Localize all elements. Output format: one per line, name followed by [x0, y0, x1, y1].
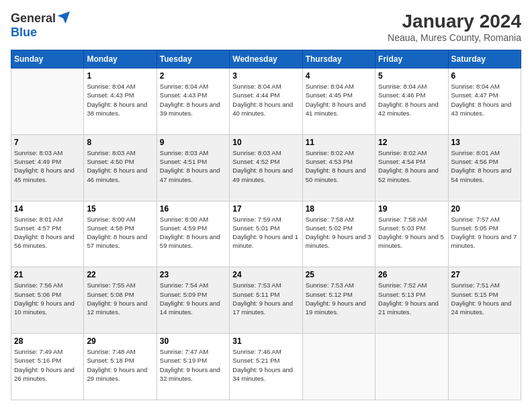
day-number: 5 — [378, 71, 445, 81]
day-detail: Sunrise: 8:02 AMSunset: 4:53 PMDaylight:… — [306, 148, 372, 184]
day-number: 18 — [306, 204, 372, 214]
day-detail: Sunrise: 7:54 AMSunset: 5:09 PMDaylight:… — [160, 281, 226, 316]
day-number: 27 — [451, 270, 518, 279]
day-number: 21 — [14, 270, 81, 279]
day-number: 2 — [160, 71, 226, 81]
calendar-cell: 7Sunrise: 8:03 AMSunset: 4:49 PMDaylight… — [11, 134, 84, 201]
calendar-cell: 23Sunrise: 7:54 AMSunset: 5:09 PMDayligh… — [157, 267, 229, 334]
day-detail: Sunrise: 7:46 AMSunset: 5:21 PMDaylight:… — [232, 347, 299, 383]
calendar: SundayMondayTuesdayWednesdayThursdayFrid… — [11, 50, 521, 400]
calendar-cell: 15Sunrise: 8:00 AMSunset: 4:58 PMDayligh… — [84, 201, 157, 267]
week-row-2: 7Sunrise: 8:03 AMSunset: 4:49 PMDaylight… — [11, 134, 521, 201]
calendar-cell — [375, 334, 448, 400]
calendar-cell: 26Sunrise: 7:52 AMSunset: 5:13 PMDayligh… — [375, 267, 448, 334]
calendar-cell: 30Sunrise: 7:47 AMSunset: 5:19 PMDayligh… — [157, 334, 229, 400]
weekday-header-thursday: Thursday — [302, 50, 375, 68]
day-number: 17 — [232, 204, 299, 214]
header: General Blue January 2024 Neaua, Mures C… — [11, 11, 521, 43]
day-detail: Sunrise: 8:04 AMSunset: 4:44 PMDaylight:… — [232, 82, 299, 118]
day-number: 30 — [160, 336, 226, 346]
day-number: 3 — [232, 71, 299, 81]
calendar-cell: 3Sunrise: 8:04 AMSunset: 4:44 PMDaylight… — [230, 68, 302, 135]
subtitle: Neaua, Mures County, Romania — [388, 32, 521, 43]
calendar-cell: 14Sunrise: 8:01 AMSunset: 4:57 PMDayligh… — [11, 201, 84, 267]
day-detail: Sunrise: 8:01 AMSunset: 4:57 PMDaylight:… — [14, 215, 81, 250]
day-number: 11 — [306, 138, 372, 147]
day-detail: Sunrise: 8:03 AMSunset: 4:49 PMDaylight:… — [14, 148, 81, 184]
day-number: 1 — [87, 71, 153, 81]
calendar-cell: 13Sunrise: 8:01 AMSunset: 4:56 PMDayligh… — [448, 134, 521, 201]
weekday-header-wednesday: Wednesday — [230, 50, 302, 68]
calendar-cell: 22Sunrise: 7:55 AMSunset: 5:08 PMDayligh… — [84, 267, 157, 334]
calendar-cell — [302, 334, 375, 400]
day-number: 15 — [87, 204, 153, 214]
weekday-header-row: SundayMondayTuesdayWednesdayThursdayFrid… — [11, 50, 521, 68]
day-number: 8 — [87, 138, 153, 147]
day-detail: Sunrise: 8:01 AMSunset: 4:56 PMDaylight:… — [451, 148, 518, 184]
day-number: 12 — [378, 138, 445, 147]
weekday-header-sunday: Sunday — [11, 50, 84, 68]
day-number: 13 — [451, 138, 518, 147]
day-number: 24 — [232, 270, 299, 279]
page: General Blue January 2024 Neaua, Mures C… — [0, 0, 532, 411]
day-number: 25 — [306, 270, 372, 279]
day-detail: Sunrise: 7:52 AMSunset: 5:13 PMDaylight:… — [378, 281, 445, 316]
day-number: 4 — [306, 71, 372, 81]
day-number: 14 — [14, 204, 81, 214]
day-number: 23 — [160, 270, 226, 279]
logo-general: General — [11, 11, 56, 26]
calendar-cell: 2Sunrise: 8:04 AMSunset: 4:43 PMDaylight… — [157, 68, 229, 135]
day-number: 9 — [160, 138, 226, 147]
day-detail: Sunrise: 8:04 AMSunset: 4:46 PMDaylight:… — [378, 82, 445, 118]
day-detail: Sunrise: 8:04 AMSunset: 4:43 PMDaylight:… — [87, 82, 153, 118]
day-detail: Sunrise: 8:04 AMSunset: 4:47 PMDaylight:… — [451, 82, 518, 118]
day-number: 6 — [451, 71, 518, 81]
calendar-cell — [448, 334, 521, 400]
day-detail: Sunrise: 7:58 AMSunset: 5:03 PMDaylight:… — [378, 215, 445, 250]
weekday-header-friday: Friday — [375, 50, 448, 68]
calendar-cell: 28Sunrise: 7:49 AMSunset: 5:16 PMDayligh… — [11, 334, 84, 400]
calendar-cell: 8Sunrise: 8:03 AMSunset: 4:50 PMDaylight… — [84, 134, 157, 201]
calendar-cell: 29Sunrise: 7:48 AMSunset: 5:18 PMDayligh… — [84, 334, 157, 400]
calendar-cell: 10Sunrise: 8:03 AMSunset: 4:52 PMDayligh… — [230, 134, 302, 201]
calendar-cell: 9Sunrise: 8:03 AMSunset: 4:51 PMDaylight… — [157, 134, 229, 201]
day-detail: Sunrise: 8:03 AMSunset: 4:50 PMDaylight:… — [87, 148, 153, 184]
calendar-cell: 11Sunrise: 8:02 AMSunset: 4:53 PMDayligh… — [302, 134, 375, 201]
day-detail: Sunrise: 7:55 AMSunset: 5:08 PMDaylight:… — [87, 281, 153, 316]
week-row-1: 1Sunrise: 8:04 AMSunset: 4:43 PMDaylight… — [11, 68, 521, 135]
day-detail: Sunrise: 8:02 AMSunset: 4:54 PMDaylight:… — [378, 148, 445, 184]
title-block: January 2024 Neaua, Mures County, Romani… — [388, 11, 521, 43]
week-row-4: 21Sunrise: 7:56 AMSunset: 5:06 PMDayligh… — [11, 267, 521, 334]
day-detail: Sunrise: 7:56 AMSunset: 5:06 PMDaylight:… — [14, 281, 81, 316]
calendar-cell — [11, 68, 84, 135]
calendar-cell: 31Sunrise: 7:46 AMSunset: 5:21 PMDayligh… — [230, 334, 302, 400]
day-number: 10 — [232, 138, 299, 147]
calendar-cell: 5Sunrise: 8:04 AMSunset: 4:46 PMDaylight… — [375, 68, 448, 135]
calendar-cell: 17Sunrise: 7:59 AMSunset: 5:01 PMDayligh… — [230, 201, 302, 267]
calendar-cell: 18Sunrise: 7:58 AMSunset: 5:02 PMDayligh… — [302, 201, 375, 267]
day-detail: Sunrise: 8:04 AMSunset: 4:43 PMDaylight:… — [160, 82, 226, 118]
logo-blue: Blue — [11, 26, 37, 39]
day-detail: Sunrise: 8:04 AMSunset: 4:45 PMDaylight:… — [306, 82, 372, 118]
day-number: 16 — [160, 204, 226, 214]
calendar-cell: 20Sunrise: 7:57 AMSunset: 5:05 PMDayligh… — [448, 201, 521, 267]
day-number: 28 — [14, 336, 81, 346]
calendar-cell: 12Sunrise: 8:02 AMSunset: 4:54 PMDayligh… — [375, 134, 448, 201]
calendar-cell: 19Sunrise: 7:58 AMSunset: 5:03 PMDayligh… — [375, 201, 448, 267]
calendar-cell: 27Sunrise: 7:51 AMSunset: 5:15 PMDayligh… — [448, 267, 521, 334]
day-number: 29 — [87, 336, 153, 346]
calendar-cell: 21Sunrise: 7:56 AMSunset: 5:06 PMDayligh… — [11, 267, 84, 334]
week-row-3: 14Sunrise: 8:01 AMSunset: 4:57 PMDayligh… — [11, 201, 521, 267]
calendar-cell: 25Sunrise: 7:53 AMSunset: 5:12 PMDayligh… — [302, 267, 375, 334]
week-row-5: 28Sunrise: 7:49 AMSunset: 5:16 PMDayligh… — [11, 334, 521, 400]
main-title: January 2024 — [388, 11, 521, 32]
day-number: 19 — [378, 204, 445, 214]
day-detail: Sunrise: 7:48 AMSunset: 5:18 PMDaylight:… — [87, 347, 153, 383]
calendar-cell: 4Sunrise: 8:04 AMSunset: 4:45 PMDaylight… — [302, 68, 375, 135]
day-detail: Sunrise: 7:58 AMSunset: 5:02 PMDaylight:… — [306, 215, 372, 250]
day-detail: Sunrise: 7:49 AMSunset: 5:16 PMDaylight:… — [14, 347, 81, 383]
day-detail: Sunrise: 7:51 AMSunset: 5:15 PMDaylight:… — [451, 281, 518, 316]
day-detail: Sunrise: 7:53 AMSunset: 5:12 PMDaylight:… — [306, 281, 372, 316]
logo: General Blue — [11, 11, 71, 40]
weekday-header-saturday: Saturday — [448, 50, 521, 68]
